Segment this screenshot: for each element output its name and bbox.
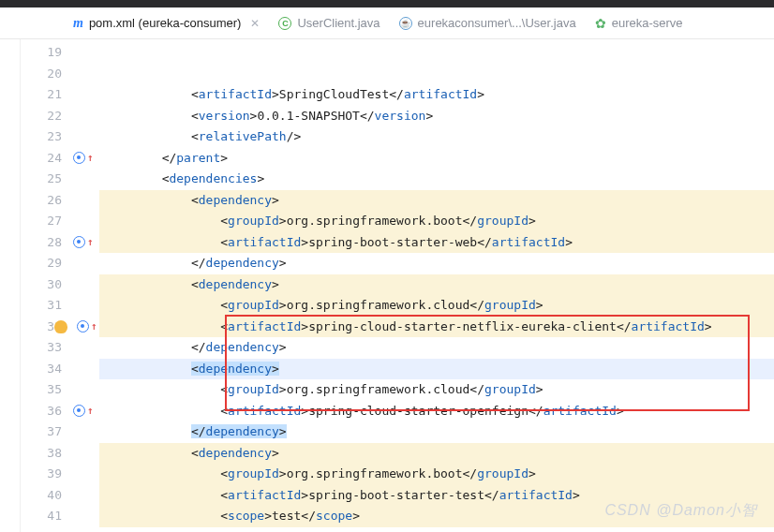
code-line[interactable]: <dependency> [99,190,774,212]
gutter-mark [73,359,99,380]
code-line[interactable]: <groupId>org.springframework.cloud</grou… [99,295,774,317]
code-line[interactable]: <dependency> [99,274,774,296]
code-line[interactable]: <artifactId>spring-cloud-starter-openfei… [99,401,774,422]
line-number: 28 [21,232,62,254]
gutter-mark [73,211,99,232]
code-line[interactable]: <artifactId>spring-cloud-starter-netflix… [99,317,774,338]
target-icon[interactable] [73,236,85,248]
line-number: 26 [21,190,62,212]
target-icon[interactable] [73,405,85,417]
code-line[interactable]: <dependency> [99,359,774,380]
code-area[interactable]: <artifactId>SpringCloudTest</artifactId>… [99,39,774,532]
line-number: 39 [21,464,62,485]
close-icon[interactable]: ✕ [250,17,260,30]
bulb-icon[interactable] [54,320,67,333]
java-icon: ☕ [399,17,412,30]
code-line[interactable]: <artifactId>SpringCloudTest</artifactId> [99,84,774,106]
gutter-mark [73,379,99,401]
code-line[interactable]: <groupId>org.springframework.boot</group… [99,464,774,485]
code-line[interactable]: </parent> [99,148,774,170]
up-arrow-icon: ↑ [91,317,97,338]
code-line[interactable]: </dependency> [99,421,774,443]
gutter-mark [73,42,99,64]
gutter-marks: ↑↑↑↑ [73,39,99,532]
line-number: 35 [21,379,62,401]
gutter-mark [73,169,99,190]
line-number: 38 [21,443,62,465]
gutter-mark [73,464,99,485]
tab-pom-xml[interactable]: m pom.xml (eureka-consumer) ✕ [64,7,269,38]
line-number: 31 [21,295,62,317]
code-line[interactable]: </dependency> [99,253,774,274]
tab-label: eurekaconsumer\...\User.java [418,16,576,30]
gutter-mark [73,337,99,359]
up-arrow-icon: ↑ [87,401,94,422]
gutter-mark: ↑ [73,232,99,254]
code-line[interactable]: <relativePath/> [99,126,774,148]
line-number: 24 [21,148,62,170]
tab-label: eureka-serve [612,16,683,30]
gutter-mark [73,190,99,212]
gutter-mark [73,253,99,274]
target-icon[interactable] [73,152,85,164]
line-number: 40 [21,485,62,507]
class-icon: C [278,17,291,30]
code-editor[interactable]: 1920212223242526272829303132333435363738… [0,39,774,532]
line-number: 25 [21,169,62,190]
line-number: 19 [21,42,62,64]
line-number: 33 [21,337,62,359]
line-number: 36 [21,401,62,422]
editor-tabs: m pom.xml (eureka-consumer) ✕ C UserClie… [0,7,774,39]
code-line[interactable]: </dependency> [99,337,774,359]
top-bar [0,0,774,7]
line-number: 41 [21,506,62,527]
line-number: 21 [21,84,62,106]
gutter-mark [73,126,99,148]
tab-label: pom.xml (eureka-consumer) [89,16,242,30]
line-number: 27 [21,211,62,232]
gutter-mark: ↑ [54,317,99,338]
watermark: CSDN @Damon小智 [604,501,757,521]
gutter-mark [73,506,99,527]
line-number: 22 [21,106,62,127]
left-strip [0,39,21,532]
gutter-mark [73,443,99,465]
line-number: 34 [21,359,62,380]
code-line[interactable]: <groupId>org.springframework.boot</group… [99,211,774,232]
tab-label: UserClient.java [297,16,380,30]
spring-icon: ✿ [595,16,606,31]
gutter-mark [73,421,99,443]
code-line[interactable]: <groupId>org.springframework.cloud</grou… [99,379,774,401]
gutter-mark: ↑ [73,401,99,422]
gutter-mark [73,64,99,85]
code-line[interactable]: <version>0.0.1-SNAPSHOT</version> [99,106,774,127]
gutter-mark [73,485,99,507]
code-line[interactable]: <artifactId>spring-boot-starter-web</art… [99,232,774,254]
up-arrow-icon: ↑ [87,148,94,170]
target-icon[interactable] [77,320,89,332]
line-number: 30 [21,274,62,296]
gutter-mark [73,295,99,317]
gutter-mark [73,274,99,296]
line-number: 37 [21,421,62,443]
gutter-mark [73,84,99,106]
line-number: 23 [21,126,62,148]
tab-user-java[interactable]: ☕ eurekaconsumer\...\User.java [390,7,586,38]
tab-eureka-server[interactable]: ✿ eureka-serve [586,7,692,38]
code-line[interactable]: <dependencies> [99,169,774,190]
line-number: 20 [21,64,62,85]
maven-icon: m [73,16,83,31]
gutter-mark [73,106,99,127]
tab-userclient[interactable]: C UserClient.java [269,7,389,38]
line-number: 29 [21,253,62,274]
up-arrow-icon: ↑ [87,232,94,254]
gutter-mark: ↑ [73,148,99,170]
code-line[interactable]: </dependency> [99,527,774,533]
code-line[interactable]: <dependency> [99,443,774,465]
line-gutter: 1920212223242526272829303132333435363738… [21,39,73,532]
